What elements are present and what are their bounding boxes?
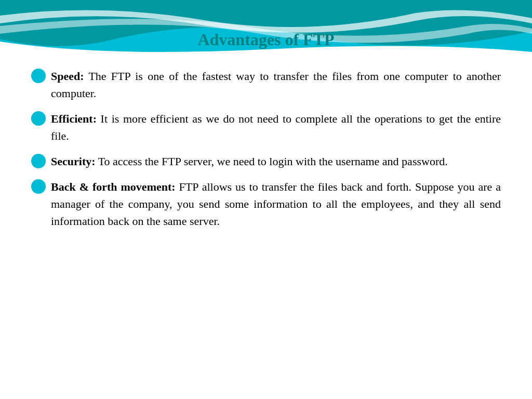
bullet-content-security: To access the FTP server, we need to log… <box>96 155 448 168</box>
page-title: Advantages of FTP <box>0 30 532 49</box>
bullet-label-efficient: Efficient: <box>51 112 97 125</box>
bullet-label-back-forth: Back & forth movement: <box>51 180 176 193</box>
bullet-label-security: Security: <box>51 155 96 168</box>
bullet-back-forth: Back & forth movement: FTP allows us to … <box>31 178 501 230</box>
bullet-speed: Speed: The FTP is one of the fastest way… <box>31 68 501 102</box>
bullet-dot-security <box>31 154 46 168</box>
bullet-content-efficient: It is more efficient as we do not need t… <box>51 112 501 142</box>
bullet-dot-efficient <box>31 111 46 126</box>
content-area: Speed: The FTP is one of the fastest way… <box>31 68 501 389</box>
bullet-text-efficient: Efficient: It is more efficient as we do… <box>51 110 501 144</box>
bullet-text-back-forth: Back & forth movement: FTP allows us to … <box>51 178 501 230</box>
bullet-dot-speed <box>31 69 46 83</box>
bullet-label-speed: Speed: <box>51 70 84 83</box>
bullet-security: Security: To access the FTP server, we n… <box>31 153 501 170</box>
bullet-text-security: Security: To access the FTP server, we n… <box>51 153 448 170</box>
bullet-text-speed: Speed: The FTP is one of the fastest way… <box>51 68 501 102</box>
bullet-dot-back-forth <box>31 179 46 194</box>
bullet-content-speed: The FTP is one of the fastest way to tra… <box>51 70 501 100</box>
bullet-efficient: Efficient: It is more efficient as we do… <box>31 110 501 144</box>
